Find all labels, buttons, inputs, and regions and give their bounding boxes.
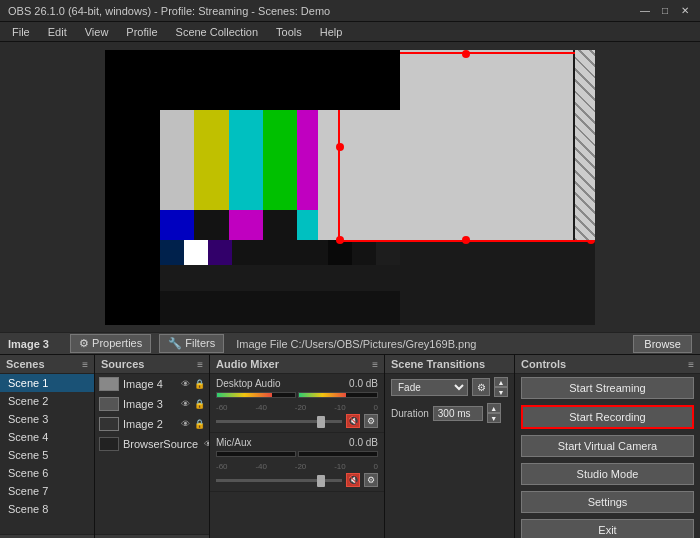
corner-handle-bl[interactable] — [336, 236, 344, 244]
source-label-image4: Image 4 — [123, 378, 163, 390]
start-virtual-camera-btn[interactable]: Start Virtual Camera — [521, 435, 694, 457]
bottom-panels: Scenes ≡ Scene 1 Scene 2 Scene 3 Scene 4… — [0, 354, 700, 538]
black-bottom — [160, 291, 400, 325]
scene-item-8[interactable]: Scene 8 — [0, 500, 94, 518]
source-label-image3: Image 3 — [123, 398, 163, 410]
exit-btn[interactable]: Exit — [521, 519, 694, 538]
scenes-header: Scenes ≡ — [0, 355, 94, 374]
duration-arrows: ▲ ▼ — [487, 403, 501, 423]
source-eye-icon[interactable]: 👁 — [179, 378, 191, 390]
corner-handle-bc[interactable] — [462, 236, 470, 244]
mic-fader-track[interactable] — [216, 479, 342, 482]
desktop-fader-knob[interactable] — [317, 416, 325, 428]
maximize-button[interactable]: □ — [658, 4, 672, 18]
desktop-settings-btn[interactable]: ⚙ — [364, 414, 378, 428]
source-label-browser: BrowserSource — [123, 438, 198, 450]
menu-view[interactable]: View — [77, 24, 117, 40]
sources-menu-icon[interactable]: ≡ — [197, 359, 203, 370]
start-recording-btn[interactable]: Start Recording — [521, 405, 694, 429]
corner-handle-ml[interactable] — [336, 143, 344, 151]
source-item-image2[interactable]: Image 2 👁 🔒 — [95, 414, 209, 434]
source-thumb-browser — [99, 437, 119, 451]
menu-scene-collection[interactable]: Scene Collection — [168, 24, 267, 40]
menu-tools[interactable]: Tools — [268, 24, 310, 40]
audio-menu-icon[interactable]: ≡ — [372, 359, 378, 370]
scenes-menu-icon[interactable]: ≡ — [82, 359, 88, 370]
duration-down-arrow[interactable]: ▼ — [487, 413, 501, 423]
scene-item-6[interactable]: Scene 6 — [0, 464, 94, 482]
mic-db-scale: -60-40-20-100 — [216, 462, 378, 471]
desktop-fader: 🔇 ⚙ — [216, 414, 378, 428]
duration-input[interactable] — [433, 406, 483, 421]
source-eye-icon-3[interactable]: 👁 — [179, 398, 191, 410]
source-lock-icon-2[interactable]: 🔒 — [193, 418, 205, 430]
transition-down-arrow[interactable]: ▼ — [494, 387, 508, 397]
scene-item-4[interactable]: Scene 4 — [0, 428, 94, 446]
source-item-image4[interactable]: Image 4 👁 🔒 — [95, 374, 209, 394]
studio-mode-btn[interactable]: Studio Mode — [521, 463, 694, 485]
transition-gear-btn[interactable]: ⚙ — [472, 378, 490, 396]
corner-handle-tc[interactable] — [462, 50, 470, 58]
scene-item-2[interactable]: Scene 2 — [0, 392, 94, 410]
source-lock-icon-3[interactable]: 🔒 — [193, 398, 205, 410]
source-eye-icon-browser[interactable]: 👁 — [202, 438, 209, 450]
scenes-footer: − ∧ ∨ — [0, 534, 94, 538]
desktop-meter-fill-l — [217, 393, 272, 397]
menu-profile[interactable]: Profile — [118, 24, 165, 40]
window-title: OBS 26.1.0 (64-bit, windows) - Profile: … — [8, 5, 330, 17]
menu-help[interactable]: Help — [312, 24, 351, 40]
scene-item-5[interactable]: Scene 5 — [0, 446, 94, 464]
audio-header: Audio Mixer ≡ — [210, 355, 384, 374]
start-streaming-btn[interactable]: Start Streaming — [521, 377, 694, 399]
mic-settings-btn[interactable]: ⚙ — [364, 473, 378, 487]
filters-btn[interactable]: 🔧 Filters — [159, 334, 224, 353]
menu-edit[interactable]: Edit — [40, 24, 75, 40]
mic-mute-btn[interactable]: 🔇 — [346, 473, 360, 487]
duration-label: Duration — [391, 408, 429, 419]
source-label-image2: Image 2 — [123, 418, 163, 430]
scenes-list: Scene 1 Scene 2 Scene 3 Scene 4 Scene 5 … — [0, 374, 94, 534]
source-item-browser[interactable]: BrowserSource 👁 — [95, 434, 209, 454]
desktop-meter-r — [298, 392, 378, 398]
source-name-label: Image 3 — [8, 338, 58, 350]
menu-file[interactable]: File — [4, 24, 38, 40]
scenes-panel: Scenes ≡ Scene 1 Scene 2 Scene 3 Scene 4… — [0, 355, 95, 538]
transition-duration-row: Duration ▲ ▼ — [385, 400, 514, 426]
desktop-fader-track[interactable] — [216, 420, 342, 423]
properties-btn[interactable]: ⚙ Properties — [70, 334, 151, 353]
image-file-path: Image File C:/Users/OBS/Pictures/Grey169… — [236, 338, 621, 350]
audio-track-desktop: Desktop Audio 0.0 dB -60-40-20-100 🔇 ⚙ — [210, 374, 384, 433]
desktop-meter-fill-r — [299, 393, 346, 397]
minimize-button[interactable]: — — [638, 4, 652, 18]
source-thumb-image3 — [99, 397, 119, 411]
browse-button[interactable]: Browse — [633, 335, 692, 353]
desktop-mute-btn[interactable]: 🔇 — [346, 414, 360, 428]
source-lock-icon[interactable]: 🔒 — [193, 378, 205, 390]
source-eye-icon-2[interactable]: 👁 — [179, 418, 191, 430]
mic-fader-knob[interactable] — [317, 475, 325, 487]
audio-panel: Audio Mixer ≡ Desktop Audio 0.0 dB -60-4… — [210, 355, 385, 538]
transition-up-arrow[interactable]: ▲ — [494, 377, 508, 387]
mic-audio-db: 0.0 dB — [349, 437, 378, 448]
controls-menu-icon[interactable]: ≡ — [688, 359, 694, 370]
scene-item-1[interactable]: Scene 1 — [0, 374, 94, 392]
preview-canvas — [105, 50, 595, 325]
scene-item-3[interactable]: Scene 3 — [0, 410, 94, 428]
menu-bar: File Edit View Profile Scene Collection … — [0, 22, 700, 42]
source-item-image3[interactable]: Image 3 👁 🔒 — [95, 394, 209, 414]
mic-meter-r — [298, 451, 378, 457]
sources-header: Sources ≡ — [95, 355, 209, 374]
close-button[interactable]: ✕ — [678, 4, 692, 18]
transition-type-row: Fade Cut Swipe Slide ⚙ ▲ ▼ — [385, 374, 514, 400]
transition-arrows: ▲ ▼ — [494, 377, 508, 397]
scene-item-7[interactable]: Scene 7 — [0, 482, 94, 500]
desktop-meter-l — [216, 392, 296, 398]
settings-btn[interactable]: Settings — [521, 491, 694, 513]
title-bar: OBS 26.1.0 (64-bit, windows) - Profile: … — [0, 0, 700, 22]
desktop-audio-label: Desktop Audio — [216, 378, 281, 389]
sources-list: Image 4 👁 🔒 Image 3 👁 🔒 Image 2 👁 — [95, 374, 209, 534]
desktop-db-scale: -60-40-20-100 — [216, 403, 378, 412]
duration-up-arrow[interactable]: ▲ — [487, 403, 501, 413]
transition-type-select[interactable]: Fade Cut Swipe Slide — [391, 379, 468, 396]
mic-audio-label: Mic/Aux — [216, 437, 252, 448]
